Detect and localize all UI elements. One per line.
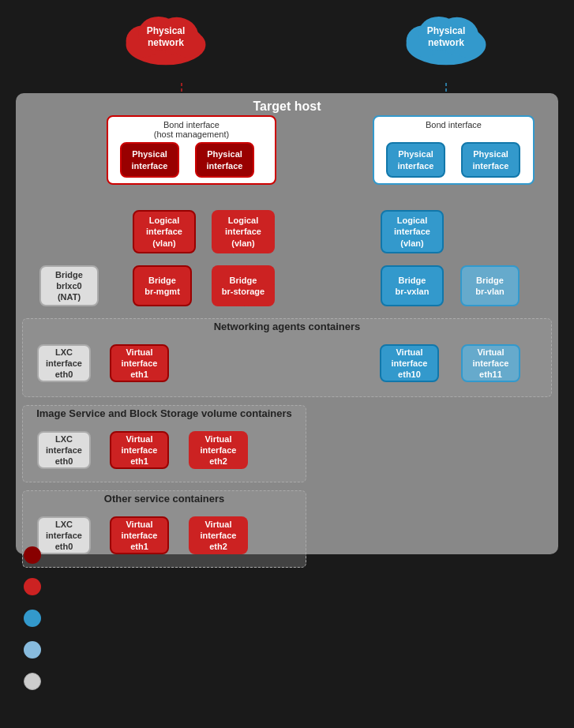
legend-circle-3 [24,610,41,627]
phys-iface-1: Physicalinterface [120,142,179,178]
legend [24,546,47,704]
bond-box-left: Bond interface(host management) Physical… [107,115,276,185]
cloud-left: Physicalnetwork [122,8,209,67]
bridge-brlxc0: Bridgebrlxc0(NAT) [39,265,99,306]
virt-eth1-net: Virtualinterfaceeth1 [110,344,169,382]
phys-iface-2: Physicalinterface [195,142,254,178]
virt-eth1-other: Virtualinterfaceeth1 [110,516,169,554]
networking-label: Networking agents containers [23,319,551,334]
image-section: Image Service and Block Storage volume c… [22,405,306,482]
legend-circle-4 [24,641,41,659]
lxc-eth0-net: LXCinterfaceeth0 [37,344,91,382]
bond-label-right: Bond interface [374,120,533,129]
bridge-mgmt: Bridgebr-mgmt [133,265,192,306]
bond-label-left: Bond interface(host management) [108,120,275,139]
legend-item-2 [24,578,47,595]
bridge-storage: Bridgebr-storage [212,265,275,306]
virt-eth10: Virtualinterfaceeth10 [380,344,439,382]
legend-circle-5 [24,673,41,690]
cloud-right-label: Physicalnetwork [427,25,466,50]
legend-item-4 [24,641,47,659]
networking-section: Networking agents containers LXCinterfac… [22,318,552,397]
legend-circle-2 [24,578,41,595]
other-label: Other service containers [23,491,306,506]
phys-iface-3: Physicalinterface [386,142,445,178]
legend-item-1 [24,546,47,564]
logical-vlan-1: Logicalinterface(vlan) [133,210,196,253]
logical-vlan-3: Logicalinterface(vlan) [381,210,444,253]
target-host-label: Target host [22,99,552,114]
virt-eth11: Virtualinterfaceeth11 [461,344,520,382]
bond-box-right: Bond interface Physicalinterface Physica… [373,115,535,185]
virt-eth2-img: Virtualinterfaceeth2 [189,431,248,469]
other-section: Other service containers LXCinterfaceeth… [22,490,306,568]
logical-vlan-2: Logicalinterface(vlan) [212,210,275,253]
image-label: Image Service and Block Storage volume c… [23,406,306,421]
phys-iface-4: Physicalinterface [461,142,520,178]
cloud-right: Physicalnetwork [403,8,490,67]
virt-eth2-other: Virtualinterfaceeth2 [189,516,248,554]
legend-circle-1 [24,546,41,564]
target-host: Target host Bond interface(host manageme… [16,93,558,554]
legend-item-5 [24,673,47,690]
diagram: Physicalnetwork Physicalnetwork Target h… [0,0,574,728]
virt-eth1-img: Virtualinterfaceeth1 [110,431,169,469]
cloud-left-label: Physicalnetwork [147,25,186,50]
bridge-vlan: Bridgebr-vlan [460,265,520,306]
bridge-vxlan: Bridgebr-vxlan [381,265,444,306]
lxc-eth0-img: LXCinterfaceeth0 [37,431,91,469]
legend-item-3 [24,610,47,627]
